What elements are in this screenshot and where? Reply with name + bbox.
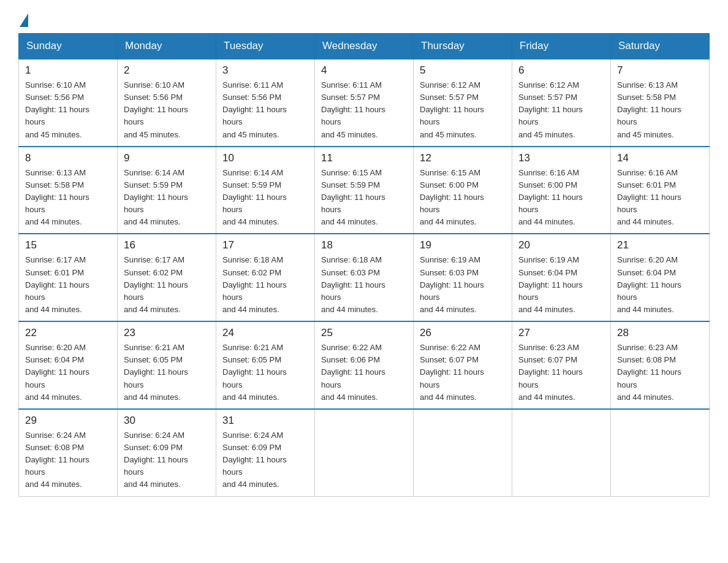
- day-info: Sunrise: 6:14 AMSunset: 5:59 PMDaylight:…: [124, 168, 188, 227]
- calendar-cell: 19 Sunrise: 6:19 AMSunset: 6:03 PMDaylig…: [414, 234, 512, 321]
- calendar-week-row: 1 Sunrise: 6:10 AMSunset: 5:56 PMDayligh…: [19, 59, 710, 147]
- day-number: 8: [25, 152, 111, 164]
- calendar-week-row: 15 Sunrise: 6:17 AMSunset: 6:01 PMDaylig…: [19, 234, 710, 321]
- day-info: Sunrise: 6:13 AMSunset: 5:58 PMDaylight:…: [617, 80, 681, 139]
- calendar-cell: 20 Sunrise: 6:19 AMSunset: 6:04 PMDaylig…: [512, 234, 611, 321]
- day-info: Sunrise: 6:13 AMSunset: 5:58 PMDaylight:…: [25, 168, 89, 227]
- day-number: 22: [25, 327, 111, 339]
- day-number: 27: [518, 327, 604, 339]
- calendar-cell: 26 Sunrise: 6:22 AMSunset: 6:07 PMDaylig…: [414, 321, 512, 409]
- day-info: Sunrise: 6:17 AMSunset: 6:01 PMDaylight:…: [25, 255, 89, 314]
- day-info: Sunrise: 6:21 AMSunset: 6:05 PMDaylight:…: [222, 343, 287, 402]
- day-info: Sunrise: 6:23 AMSunset: 6:07 PMDaylight:…: [518, 343, 583, 402]
- day-info: Sunrise: 6:22 AMSunset: 6:07 PMDaylight:…: [420, 343, 484, 402]
- calendar-cell: 25 Sunrise: 6:22 AMSunset: 6:06 PMDaylig…: [315, 321, 414, 409]
- day-number: 4: [321, 64, 407, 77]
- calendar-cell: [315, 409, 414, 496]
- weekday-header-wednesday: Wednesday: [315, 34, 414, 59]
- day-number: 30: [124, 415, 210, 427]
- calendar-cell: 7 Sunrise: 6:13 AMSunset: 5:58 PMDayligh…: [611, 59, 710, 147]
- logo-triangle-icon: [20, 13, 28, 27]
- calendar-week-row: 22 Sunrise: 6:20 AMSunset: 6:04 PMDaylig…: [19, 321, 710, 409]
- calendar-cell: [611, 409, 710, 496]
- day-number: 23: [124, 327, 210, 339]
- calendar-cell: 9 Sunrise: 6:14 AMSunset: 5:59 PMDayligh…: [118, 147, 216, 234]
- calendar-cell: 29 Sunrise: 6:24 AMSunset: 6:08 PMDaylig…: [19, 409, 118, 496]
- day-number: 7: [617, 64, 703, 77]
- day-info: Sunrise: 6:20 AMSunset: 6:04 PMDaylight:…: [25, 343, 89, 402]
- calendar-cell: 21 Sunrise: 6:20 AMSunset: 6:04 PMDaylig…: [611, 234, 710, 321]
- day-number: 25: [321, 327, 407, 339]
- calendar-cell: 27 Sunrise: 6:23 AMSunset: 6:07 PMDaylig…: [512, 321, 611, 409]
- day-number: 17: [222, 239, 308, 251]
- calendar-cell: 17 Sunrise: 6:18 AMSunset: 6:02 PMDaylig…: [216, 234, 315, 321]
- calendar-cell: [512, 409, 611, 496]
- calendar-cell: 10 Sunrise: 6:14 AMSunset: 5:59 PMDaylig…: [216, 147, 315, 234]
- calendar-cell: 24 Sunrise: 6:21 AMSunset: 6:05 PMDaylig…: [216, 321, 315, 409]
- day-number: 10: [222, 152, 308, 164]
- day-number: 19: [420, 239, 506, 251]
- calendar-cell: 4 Sunrise: 6:11 AMSunset: 5:57 PMDayligh…: [315, 59, 414, 147]
- calendar-cell: 6 Sunrise: 6:12 AMSunset: 5:57 PMDayligh…: [512, 59, 611, 147]
- calendar-cell: 14 Sunrise: 6:16 AMSunset: 6:01 PMDaylig…: [611, 147, 710, 234]
- page-header: [18, 12, 710, 27]
- day-number: 1: [25, 64, 111, 77]
- calendar-cell: 5 Sunrise: 6:12 AMSunset: 5:57 PMDayligh…: [414, 59, 512, 147]
- day-number: 21: [617, 239, 703, 251]
- day-info: Sunrise: 6:18 AMSunset: 6:02 PMDaylight:…: [222, 255, 287, 314]
- day-info: Sunrise: 6:18 AMSunset: 6:03 PMDaylight:…: [321, 255, 385, 314]
- weekday-header-friday: Friday: [512, 34, 611, 59]
- calendar-cell: 1 Sunrise: 6:10 AMSunset: 5:56 PMDayligh…: [19, 59, 118, 147]
- day-number: 28: [617, 327, 703, 339]
- calendar-cell: 15 Sunrise: 6:17 AMSunset: 6:01 PMDaylig…: [19, 234, 118, 321]
- day-number: 2: [124, 64, 210, 77]
- weekday-header-monday: Monday: [118, 34, 216, 59]
- day-info: Sunrise: 6:22 AMSunset: 6:06 PMDaylight:…: [321, 343, 385, 402]
- logo-top: [18, 12, 28, 27]
- day-number: 29: [25, 415, 111, 427]
- day-info: Sunrise: 6:24 AMSunset: 6:09 PMDaylight:…: [124, 431, 188, 489]
- day-info: Sunrise: 6:24 AMSunset: 6:09 PMDaylight:…: [222, 431, 287, 489]
- day-number: 15: [25, 239, 111, 251]
- day-info: Sunrise: 6:16 AMSunset: 6:00 PMDaylight:…: [518, 168, 583, 227]
- calendar-cell: 28 Sunrise: 6:23 AMSunset: 6:08 PMDaylig…: [611, 321, 710, 409]
- calendar-table: SundayMondayTuesdayWednesdayThursdayFrid…: [18, 33, 710, 497]
- logo: [18, 12, 28, 27]
- calendar-cell: 11 Sunrise: 6:15 AMSunset: 5:59 PMDaylig…: [315, 147, 414, 234]
- calendar-cell: 8 Sunrise: 6:13 AMSunset: 5:58 PMDayligh…: [19, 147, 118, 234]
- calendar-week-row: 8 Sunrise: 6:13 AMSunset: 5:58 PMDayligh…: [19, 147, 710, 234]
- weekday-header-tuesday: Tuesday: [216, 34, 315, 59]
- day-info: Sunrise: 6:19 AMSunset: 6:04 PMDaylight:…: [518, 255, 583, 314]
- day-info: Sunrise: 6:24 AMSunset: 6:08 PMDaylight:…: [25, 431, 89, 489]
- day-info: Sunrise: 6:12 AMSunset: 5:57 PMDaylight:…: [518, 80, 583, 139]
- day-info: Sunrise: 6:11 AMSunset: 5:56 PMDaylight:…: [222, 80, 287, 139]
- day-info: Sunrise: 6:20 AMSunset: 6:04 PMDaylight:…: [617, 255, 681, 314]
- day-number: 5: [420, 64, 506, 77]
- calendar-cell: 2 Sunrise: 6:10 AMSunset: 5:56 PMDayligh…: [118, 59, 216, 147]
- day-info: Sunrise: 6:10 AMSunset: 5:56 PMDaylight:…: [25, 80, 89, 139]
- day-info: Sunrise: 6:16 AMSunset: 6:01 PMDaylight:…: [617, 168, 681, 227]
- day-number: 24: [222, 327, 308, 339]
- calendar-cell: 31 Sunrise: 6:24 AMSunset: 6:09 PMDaylig…: [216, 409, 315, 496]
- day-number: 14: [617, 152, 703, 164]
- day-number: 9: [124, 152, 210, 164]
- calendar-cell: 30 Sunrise: 6:24 AMSunset: 6:09 PMDaylig…: [118, 409, 216, 496]
- day-info: Sunrise: 6:21 AMSunset: 6:05 PMDaylight:…: [124, 343, 188, 402]
- calendar-cell: 12 Sunrise: 6:15 AMSunset: 6:00 PMDaylig…: [414, 147, 512, 234]
- calendar-cell: 22 Sunrise: 6:20 AMSunset: 6:04 PMDaylig…: [19, 321, 118, 409]
- calendar-cell: 18 Sunrise: 6:18 AMSunset: 6:03 PMDaylig…: [315, 234, 414, 321]
- calendar-cell: 3 Sunrise: 6:11 AMSunset: 5:56 PMDayligh…: [216, 59, 315, 147]
- day-number: 12: [420, 152, 506, 164]
- day-number: 26: [420, 327, 506, 339]
- calendar-cell: 13 Sunrise: 6:16 AMSunset: 6:00 PMDaylig…: [512, 147, 611, 234]
- day-info: Sunrise: 6:23 AMSunset: 6:08 PMDaylight:…: [617, 343, 681, 402]
- day-number: 31: [222, 415, 308, 427]
- day-number: 11: [321, 152, 407, 164]
- calendar-cell: [414, 409, 512, 496]
- calendar-cell: 16 Sunrise: 6:17 AMSunset: 6:02 PMDaylig…: [118, 234, 216, 321]
- day-number: 18: [321, 239, 407, 251]
- weekday-header-thursday: Thursday: [414, 34, 512, 59]
- day-info: Sunrise: 6:14 AMSunset: 5:59 PMDaylight:…: [222, 168, 287, 227]
- day-number: 20: [518, 239, 604, 251]
- day-info: Sunrise: 6:17 AMSunset: 6:02 PMDaylight:…: [124, 255, 188, 314]
